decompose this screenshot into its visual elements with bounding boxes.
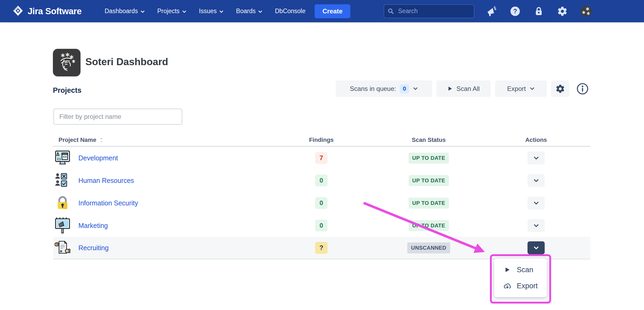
svg-text:?: ?: [513, 8, 517, 15]
row-actions-button[interactable]: [527, 174, 545, 187]
chevron-down-icon: [413, 86, 418, 91]
table-row: <>{·} Development 7 UP TO DATE: [53, 147, 590, 169]
table-row: Recruiting ? UNSCANNED: [53, 237, 590, 259]
column-header-actions: Actions: [496, 136, 576, 143]
nav-item-boards[interactable]: Boards: [236, 8, 263, 15]
row-actions-button[interactable]: [527, 152, 545, 164]
chevron-down-icon: [258, 9, 263, 14]
project-filter-input[interactable]: [53, 109, 182, 125]
project-link[interactable]: Human Resources: [78, 177, 134, 184]
chevron-down-icon: [219, 9, 224, 14]
megaphone-icon[interactable]: [486, 5, 497, 17]
row-actions-button[interactable]: [527, 197, 545, 209]
gear-icon[interactable]: [556, 5, 568, 17]
chevron-down-icon: [533, 200, 539, 206]
chevron-down-icon: [140, 9, 145, 14]
jira-logo-icon: [12, 5, 24, 17]
row-actions-button[interactable]: [527, 219, 545, 232]
top-nav: Jira Software Dashboards Projects Issues…: [0, 0, 644, 22]
chevron-down-icon: [182, 9, 187, 14]
nav-item-issues[interactable]: Issues: [199, 8, 224, 15]
scan-status-badge: UP TO DATE: [409, 175, 449, 186]
svg-text:<>: <>: [63, 155, 67, 159]
scans-in-queue-button[interactable]: Scans in queue: 0: [336, 80, 432, 97]
play-icon: [447, 86, 453, 91]
chevron-down-icon: [533, 245, 539, 251]
information-security-project-icon: [54, 194, 71, 212]
scan-all-button[interactable]: Scan All: [436, 80, 491, 97]
project-link[interactable]: Information Security: [78, 199, 138, 207]
soteri-dashboard-page: Jira Software Dashboards Projects Issues…: [0, 0, 644, 310]
chevron-down-icon: [533, 155, 539, 161]
page-title: Soteri Dashboard: [85, 56, 168, 68]
svg-text:{·}: {·}: [57, 157, 61, 161]
cloud-download-icon: [503, 282, 511, 290]
projects-table: Project Name Findings Scan Status Action…: [53, 134, 590, 259]
search-icon: [387, 8, 394, 16]
sort-icon: [100, 137, 103, 143]
nav-item-dbconsole[interactable]: DbConsole: [275, 8, 305, 15]
menu-item-export[interactable]: Export: [494, 278, 547, 294]
projects-heading: Projects: [53, 86, 82, 95]
create-button[interactable]: Create: [315, 4, 350, 18]
findings-badge: 0: [315, 220, 328, 231]
row-actions-menu: Scan Export: [494, 259, 547, 297]
help-icon[interactable]: ?: [509, 5, 521, 17]
jira-brand[interactable]: Jira Software: [12, 5, 82, 17]
scan-status-badge: UP TO DATE: [409, 153, 449, 164]
nav-search: [384, 4, 474, 18]
scan-status-badge: UP TO DATE: [409, 198, 449, 209]
search-input[interactable]: [384, 4, 474, 18]
avatar[interactable]: [580, 5, 592, 17]
gear-icon: [555, 84, 565, 94]
scan-status-badge: UP TO DATE: [409, 220, 449, 231]
scan-toolbar: Scans in queue: 0 Scan All Export: [336, 80, 589, 97]
nav-item-dashboards[interactable]: Dashboards: [105, 8, 145, 15]
table-row: Human Resources 0 UP TO DATE: [53, 169, 590, 192]
scans-in-queue-label: Scans in queue:: [350, 85, 396, 93]
soteri-logo: [53, 49, 81, 76]
brand-name: Jira Software: [28, 6, 82, 16]
settings-button[interactable]: [551, 80, 569, 97]
project-link[interactable]: Development: [78, 154, 118, 162]
findings-badge: 0: [315, 197, 328, 209]
chevron-down-icon: [533, 223, 539, 228]
menu-item-scan[interactable]: Scan: [494, 262, 547, 278]
findings-badge: 7: [315, 152, 328, 164]
column-header-findings: Findings: [281, 136, 362, 143]
development-project-icon: <>{·}: [54, 149, 71, 167]
scan-status-badge: UNSCANNED: [407, 242, 450, 253]
table-row: Marketing 0 UP TO DATE: [53, 214, 590, 237]
findings-badge: 0: [315, 175, 328, 186]
project-link[interactable]: Recruiting: [78, 244, 109, 252]
column-header-project-name[interactable]: Project Name: [53, 136, 281, 143]
table-row: Information Security 0 UP TO DATE: [53, 192, 590, 214]
findings-badge: ?: [315, 242, 328, 254]
lock-icon[interactable]: [533, 5, 545, 17]
nav-item-projects[interactable]: Projects: [157, 8, 187, 15]
table-header-row: Project Name Findings Scan Status Action…: [53, 134, 590, 147]
export-button[interactable]: Export: [495, 80, 547, 97]
column-header-scan-status: Scan Status: [362, 136, 496, 143]
info-icon[interactable]: [576, 82, 589, 95]
queue-count-badge: 0: [400, 84, 409, 93]
chevron-down-icon: [533, 178, 539, 183]
chevron-down-icon: [530, 86, 535, 91]
nav-icon-group: ?: [486, 5, 592, 17]
row-actions-button[interactable]: [527, 241, 545, 254]
marketing-project-icon: [54, 217, 71, 234]
human-resources-project-icon: [54, 172, 71, 189]
nav-menu: Dashboards Projects Issues Boards DbCons…: [105, 8, 305, 15]
recruiting-project-icon: [54, 239, 71, 257]
project-link[interactable]: Marketing: [78, 222, 108, 230]
play-icon: [503, 267, 511, 273]
